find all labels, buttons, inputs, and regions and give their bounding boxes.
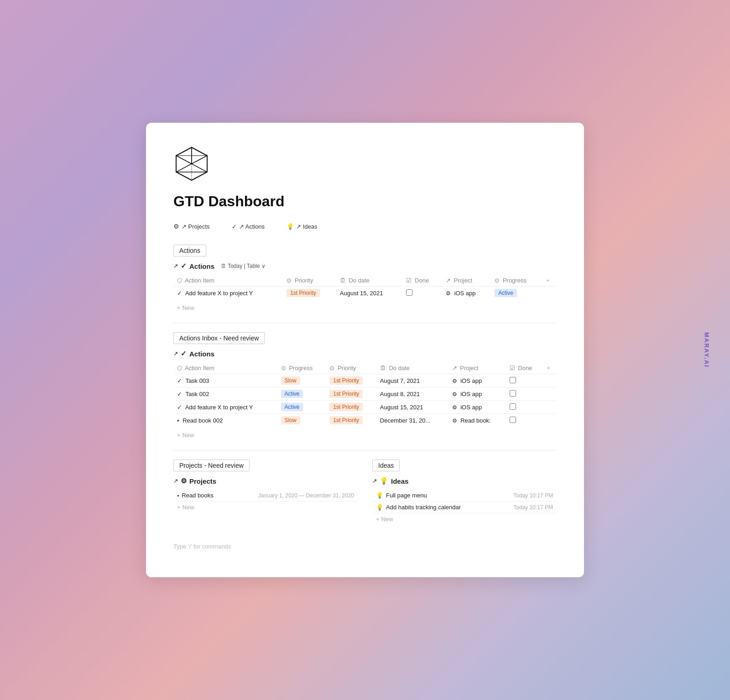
idea-time: Today 10:17 PM xyxy=(513,492,553,499)
projects-rows: ▪ Read books January 1, 2020 — December … xyxy=(173,490,358,501)
inbox-progress-cell: Active xyxy=(277,387,326,401)
th-priority: ⊙ Priority xyxy=(283,275,336,287)
inbox-progress-cell: Slow xyxy=(277,374,326,387)
table-row: ▪ Read book 002 Slow 1st Priority Decemb… xyxy=(173,414,557,427)
th-action-item: ⬡ Action Item xyxy=(173,275,283,287)
actions-inbox-section: Actions Inbox - Need review ↗ ✓ Actions … xyxy=(173,332,557,441)
done-checkbox[interactable] xyxy=(406,289,412,296)
gear-icon: ⚙ xyxy=(173,223,179,230)
inbox-project-name: iOS app xyxy=(460,404,482,411)
ideas-new-row[interactable]: +New xyxy=(372,513,557,525)
idea-bulb-icon: 💡 xyxy=(376,504,383,511)
idea-row: 💡 Add habits tracking calendar Today 10:… xyxy=(372,501,557,513)
svg-marker-4 xyxy=(176,156,192,172)
inbox-do-date-cell: August 7, 2021 xyxy=(376,374,448,387)
actions-check-icon: ✓ xyxy=(181,262,187,270)
nav-links: ⚙ ↗ Projects ✓ ↗ Actions 💡 ↗ Ideas xyxy=(173,223,557,230)
nav-actions-label: ↗ Actions xyxy=(239,223,265,230)
inbox-empty xyxy=(543,401,557,414)
inbox-action-text: Task 002 xyxy=(185,391,209,397)
th-add-col[interactable]: + xyxy=(542,275,557,287)
main-card: GTD Dashboard ⚙ ↗ Projects ✓ ↗ Actions 💡… xyxy=(146,123,584,577)
inbox-action-text: Read book 002 xyxy=(182,417,223,424)
inbox-done-cell[interactable] xyxy=(506,374,543,387)
divider-2 xyxy=(173,450,557,450)
inbox-project-icon: ⚙ xyxy=(452,418,457,424)
idea-row: 💡 Full page menu Today 10:17 PM xyxy=(372,490,557,501)
inbox-progress-badge: Active xyxy=(281,403,303,411)
inbox-project-name: iOS app xyxy=(460,377,482,384)
inbox-header-title: Actions xyxy=(189,350,214,358)
inbox-th-add[interactable]: + xyxy=(543,362,557,374)
inbox-empty xyxy=(543,374,557,387)
actions-inbox-box: Actions Inbox - Need review xyxy=(173,332,265,344)
actions-inbox-table: ⬡ Action Item ⊙ Progress ⊙ Priority 🗓 Do… xyxy=(173,362,557,427)
actions-section-header: ↗ ✓ Actions 🗓 Today | Table ∨ xyxy=(173,262,557,270)
project-cell: ⚙ iOS app xyxy=(442,287,491,300)
inbox-done-cell[interactable] xyxy=(506,401,543,414)
inbox-priority-cell: 1st Priority xyxy=(326,374,376,387)
nav-projects[interactable]: ⚙ ↗ Projects xyxy=(173,223,210,230)
nav-projects-label: ↗ Projects xyxy=(182,223,210,230)
inbox-action-item-cell: ✓ Task 003 xyxy=(173,374,277,387)
actions-section-box: Actions xyxy=(173,245,206,256)
ideas-bulb-icon: 💡 xyxy=(380,477,388,485)
project-dates: January 1, 2020 — December 31, 2020 xyxy=(258,492,354,499)
projects-arrow-icon: ↗ xyxy=(173,478,178,484)
inbox-check-icon: ✓ xyxy=(181,350,187,358)
inbox-done-cell[interactable] xyxy=(506,414,543,427)
inbox-project-cell: ⚙ Read book: xyxy=(448,414,506,427)
projects-new-row[interactable]: +New xyxy=(173,501,358,513)
priority-badge: 1st Priority xyxy=(287,289,320,297)
inbox-check-icon: ✓ xyxy=(177,391,182,397)
table-row: ✓ Add feature X to project Y Active 1st … xyxy=(173,401,557,414)
inbox-priority-badge: 1st Priority xyxy=(329,403,363,411)
inbox-done-checkbox[interactable] xyxy=(510,377,516,383)
check-icon: ✓ xyxy=(232,223,237,230)
inbox-done-checkbox[interactable] xyxy=(510,403,516,410)
actions-table: ⬡ Action Item ⊙ Priority 🗓 Do date ☑ Don… xyxy=(173,275,557,299)
table-row: ✓ Add feature X to project Y 1st Priorit… xyxy=(173,287,557,300)
inbox-done-cell[interactable] xyxy=(506,387,543,401)
actions-new-row[interactable]: +New xyxy=(173,302,557,313)
inbox-check-icon: ▪ xyxy=(177,417,179,424)
inbox-action-item-cell: ✓ Task 002 xyxy=(173,387,277,401)
inbox-progress-badge: Slow xyxy=(281,416,300,424)
inbox-priority-badge: 1st Priority xyxy=(329,390,363,398)
inbox-check-icon: ✓ xyxy=(177,377,182,384)
footer-hint: Type '/' for commands xyxy=(173,543,231,550)
progress-badge: Active xyxy=(495,289,517,297)
inbox-project-name: Read book: xyxy=(460,417,491,424)
nav-actions[interactable]: ✓ ↗ Actions xyxy=(232,223,265,230)
projects-section: Projects - Need review ↗ ⚙ Projects ▪ Re… xyxy=(173,460,358,525)
done-cell[interactable] xyxy=(402,287,442,300)
bottom-sections: Projects - Need review ↗ ⚙ Projects ▪ Re… xyxy=(173,460,557,525)
progress-cell: Active xyxy=(491,287,542,300)
nav-ideas[interactable]: 💡 ↗ Ideas xyxy=(287,223,317,230)
inbox-action-text: Add feature X to project Y xyxy=(185,404,253,411)
inbox-do-date-cell: August 15, 2021 xyxy=(376,401,448,414)
inbox-priority-cell: 1st Priority xyxy=(326,387,376,401)
inbox-th-progress: ⊙ Progress xyxy=(277,362,326,374)
inbox-done-checkbox[interactable] xyxy=(510,390,516,397)
inbox-empty xyxy=(543,387,557,401)
inbox-new-row[interactable]: +New xyxy=(173,429,557,441)
th-progress: ⊙ Progress xyxy=(491,275,542,287)
inbox-done-checkbox[interactable] xyxy=(510,417,516,423)
inbox-project-cell: ⚙ iOS app xyxy=(448,374,506,387)
inbox-priority-cell: 1st Priority xyxy=(326,401,376,414)
idea-item-text: Add habits tracking calendar xyxy=(386,504,461,511)
project-row: ▪ Read books January 1, 2020 — December … xyxy=(173,490,358,501)
view-controls[interactable]: 🗓 Today | Table ∨ xyxy=(221,263,266,269)
project-name: iOS app xyxy=(454,290,476,297)
ideas-header-title: Ideas xyxy=(391,477,408,485)
ideas-section: Ideas ↗ 💡 Ideas 💡 Full page menu Today 1… xyxy=(372,460,557,525)
inbox-th-do-date: 🗓 Do date xyxy=(376,362,448,374)
ideas-section-box: Ideas xyxy=(372,460,400,471)
empty-col xyxy=(542,287,557,300)
inbox-action-text: Task 003 xyxy=(185,377,209,384)
actions-inbox-header: ↗ ✓ Actions xyxy=(173,350,557,358)
inbox-priority-cell: 1st Priority xyxy=(326,414,376,427)
page-title: GTD Dashboard xyxy=(173,193,557,210)
ideas-rows: 💡 Full page menu Today 10:17 PM 💡 Add ha… xyxy=(372,490,557,513)
